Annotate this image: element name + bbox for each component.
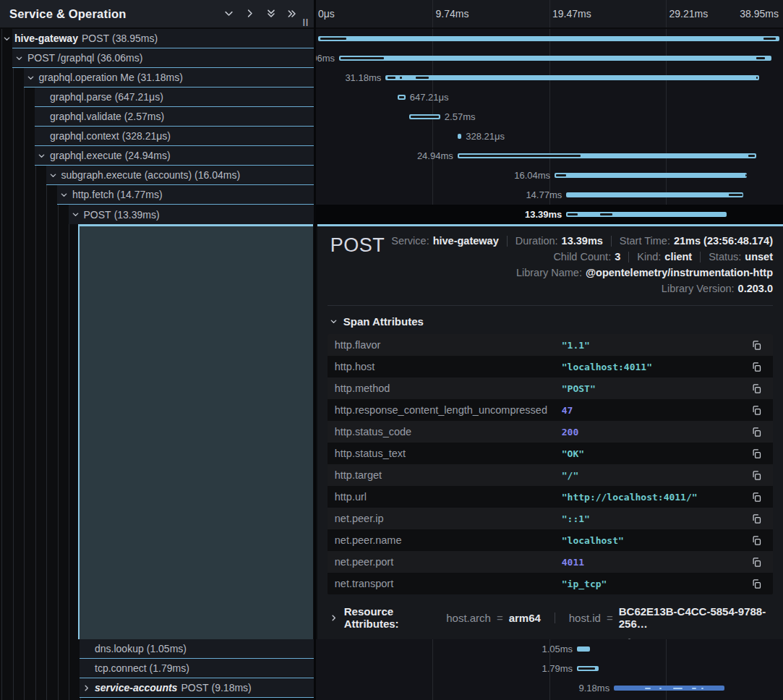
copy-icon[interactable] — [748, 359, 764, 375]
chevron-right-icon[interactable] — [82, 683, 91, 693]
span-bar[interactable] — [555, 173, 747, 178]
attribute-key: net.peer.ip — [335, 513, 562, 524]
span-bar[interactable] — [566, 192, 743, 197]
span-row-label[interactable]: subgraph.execute (accounts)(16.04ms) — [46, 166, 315, 185]
span-operation-name: graphql.execute — [50, 150, 122, 161]
double-chevron-right-icon[interactable] — [286, 8, 298, 20]
span-bar-duration-label: 13.39ms — [525, 209, 562, 220]
chevron-down-icon[interactable] — [223, 8, 235, 20]
attribute-value: "POST" — [562, 383, 748, 394]
span-bar[interactable] — [385, 75, 759, 80]
meta-value: @opentelemetry/instrumentation-http — [586, 267, 773, 278]
copy-icon[interactable] — [748, 554, 764, 570]
span-row-label[interactable]: graphql.context(328.21μs) — [35, 127, 314, 146]
resource-equals: = — [497, 612, 503, 624]
attribute-row: http.method"POST" — [328, 377, 773, 399]
copy-icon[interactable] — [748, 467, 764, 483]
chevron-down-icon[interactable] — [37, 151, 46, 161]
chevron-down-icon[interactable] — [71, 210, 80, 219]
resource-equals: = — [607, 612, 613, 624]
resource-key: host.id — [569, 612, 601, 624]
attribute-row: http.url"http://localhost:4011/" — [328, 486, 773, 508]
attribute-key: http.response_content_length_uncompresse… — [335, 404, 562, 416]
span-row: graphql.parse(647.21μs)647.21μs — [0, 88, 783, 107]
span-operation-name: graphql.parse — [50, 91, 112, 103]
meta-label: Library Version: — [662, 283, 735, 294]
copy-icon[interactable] — [748, 532, 764, 548]
span-row-label[interactable]: graphql.execute(24.94ms) — [35, 146, 314, 166]
span-detail-panel: POST Service:hive-gatewayDuration:13.39m… — [317, 224, 783, 639]
span-bar-mark — [388, 77, 395, 79]
span-row-label[interactable]: http.fetch(14.77ms) — [57, 185, 314, 205]
copy-icon[interactable] — [748, 445, 764, 461]
span-row: graphql.context(328.21μs)328.21μs — [0, 127, 783, 146]
span-bar[interactable] — [577, 646, 589, 652]
copy-icon[interactable] — [748, 337, 764, 353]
copy-icon[interactable] — [748, 511, 764, 526]
chevron-down-icon[interactable] — [2, 34, 12, 43]
span-operation-name: graphql.validate — [50, 111, 121, 122]
attribute-value: "::1" — [562, 513, 748, 524]
chevron-down-icon[interactable] — [14, 54, 24, 63]
chevron-right-icon[interactable] — [329, 613, 338, 623]
span-row-label[interactable]: service-accountsPOST(9.18ms) — [80, 678, 314, 698]
span-operation-name: POST — [181, 682, 208, 693]
resource-attributes-title: Resource Attributes: — [344, 605, 437, 630]
span-tree-cell: graphql.operation Me(31.18ms) — [0, 68, 314, 88]
divider-handle[interactable]: || — [303, 17, 309, 26]
copy-icon[interactable] — [748, 424, 764, 440]
meta-item: Duration:13.39ms — [515, 235, 603, 247]
span-bar[interactable] — [614, 686, 724, 691]
span-duration: (24.94ms) — [125, 150, 171, 161]
resource-attributes-toggle[interactable]: Resource Attributes:host.arch=arm64host.… — [329, 605, 773, 630]
span-row-label[interactable]: graphql.operation Me(31.18ms) — [24, 68, 315, 88]
copy-icon[interactable] — [748, 402, 764, 418]
span-row-label[interactable]: dns.lookup(1.05ms) — [80, 639, 314, 659]
span-bar[interactable] — [318, 36, 779, 41]
copy-icon[interactable] — [748, 576, 764, 592]
span-meta-line: Child Count:3Kind:clientStatus:unset — [553, 249, 773, 265]
timeline-tick: 0μs — [318, 8, 335, 20]
meta-value: 0.203.0 — [738, 283, 773, 294]
copy-icon[interactable] — [748, 489, 764, 505]
span-duration: (2.57ms) — [124, 111, 164, 122]
chevron-down-icon[interactable] — [329, 317, 338, 326]
span-bar-duration-label: 16.04ms — [514, 170, 550, 181]
meta-item: Service:hive-gateway — [391, 235, 498, 247]
selected-span-detail-row: POST Service:hive-gatewayDuration:13.39m… — [0, 224, 783, 639]
span-bar-duration-label: 9.18ms — [579, 683, 610, 693]
span-bar-mark — [645, 688, 651, 689]
meta-label: Library Name: — [516, 267, 582, 278]
attribute-value: "OK" — [562, 448, 748, 459]
chevron-right-icon[interactable] — [244, 8, 256, 20]
span-row-label[interactable]: hive-gatewayPOST(38.95ms) — [12, 29, 314, 48]
span-row-label[interactable]: graphql.validate(2.57ms) — [35, 107, 314, 127]
span-row-label[interactable]: graphql.parse(647.21μs) — [35, 88, 314, 107]
chevron-down-icon[interactable] — [59, 190, 69, 200]
span-row-label[interactable]: tcp.connect(1.79ms) — [80, 659, 314, 678]
span-attributes-section-toggle[interactable]: Span Attributes — [329, 315, 773, 328]
span-bar[interactable] — [339, 56, 771, 61]
span-bar-mark — [399, 96, 404, 98]
attribute-row: http.host"localhost:4011" — [328, 356, 773, 377]
meta-value: 13.39ms — [562, 235, 603, 247]
span-meta-line: Library Name:@opentelemetry/instrumentat… — [516, 265, 773, 281]
span-timeline-cell: 1.05ms — [316, 639, 783, 659]
span-bar[interactable] — [458, 134, 461, 139]
span-row-label[interactable]: POST(13.39ms) — [69, 205, 315, 224]
span-bar-mark — [578, 667, 595, 670]
span-bar-mark — [600, 213, 612, 215]
double-chevron-down-icon[interactable] — [265, 8, 277, 20]
chevron-down-icon[interactable] — [48, 171, 58, 180]
span-bar-duration-label: 31.18ms — [345, 72, 381, 83]
span-timeline-cell: 31.18ms — [316, 68, 783, 88]
attribute-value: "localhost" — [562, 535, 748, 546]
timeline-tick: 9.74ms — [436, 8, 469, 20]
span-duration: (38.95ms) — [112, 33, 158, 44]
span-row-label[interactable]: POST /graphql(36.06ms) — [12, 48, 314, 68]
copy-icon[interactable] — [748, 380, 764, 396]
meta-value: client — [664, 251, 692, 262]
chevron-down-icon[interactable] — [26, 73, 35, 82]
attribute-value: "http://localhost:4011/" — [562, 492, 748, 503]
span-bar[interactable] — [566, 212, 727, 217]
